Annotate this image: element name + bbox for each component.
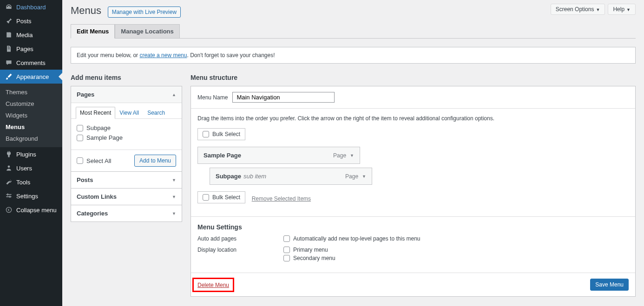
display-location-label: Display location [197, 247, 283, 263]
menu-name-input[interactable] [232, 92, 335, 103]
sidebar-item-plugins[interactable]: Plugins [0, 147, 62, 161]
comment-icon [5, 59, 13, 66]
sidebar-collapse[interactable]: Collapse menu [0, 203, 62, 217]
pages-icon [5, 45, 13, 52]
menu-item-title: Subpage [216, 173, 241, 180]
add-to-menu-button[interactable]: Add to Menu [134, 155, 176, 167]
page-item-label: Subpage [86, 124, 111, 131]
page-item-label: Sample Page [86, 134, 123, 141]
sidebar-item-posts[interactable]: Posts [0, 14, 62, 28]
sidebar-item-users[interactable]: Users [0, 161, 62, 175]
bulk-select-checkbox[interactable] [203, 194, 209, 201]
accordion-pages-header[interactable]: Pages▲ [71, 86, 182, 103]
caret-down-icon: ▼ [172, 195, 176, 199]
sidebar-item-tools[interactable]: Tools [0, 175, 62, 189]
sidebar-sub-widgets[interactable]: Widgets [0, 110, 62, 121]
caret-down-icon: ▼ [350, 153, 354, 158]
menu-name-label: Menu Name [197, 94, 228, 101]
add-items-heading: Add menu items [71, 74, 182, 81]
auto-add-label: Auto add pages [197, 235, 283, 244]
sidebar-item-media[interactable]: Media [0, 28, 62, 42]
sidebar-submenu: Themes Customize Widgets Menus Backgroun… [0, 84, 62, 147]
menu-settings-heading: Menu Settings [197, 223, 629, 231]
screen-options-tab[interactable]: Screen Options▼ [551, 4, 605, 15]
pin-icon [5, 17, 13, 25]
sub-item-label: sub item [243, 173, 266, 180]
tab-edit-menus[interactable]: Edit Menus [71, 24, 115, 39]
brush-icon [5, 73, 13, 80]
menu-structure-heading: Menu structure [191, 74, 636, 81]
primary-menu-checkbox[interactable] [283, 247, 290, 253]
delete-menu-link[interactable]: Delete Menu [197, 282, 229, 288]
caret-up-icon: ▲ [172, 92, 176, 97]
sliders-icon [5, 192, 13, 200]
secondary-menu-checkbox[interactable] [283, 255, 290, 261]
caret-down-icon: ▼ [172, 211, 176, 216]
admin-sidebar: Dashboard Posts Media Pages Comments App… [0, 0, 62, 306]
sidebar-item-settings[interactable]: Settings [0, 189, 62, 203]
sidebar-item-label: Appearance [16, 73, 49, 80]
help-tab[interactable]: Help▼ [608, 4, 636, 15]
remove-selected-link[interactable]: Remove Selected Items [252, 195, 311, 202]
caret-down-icon: ▼ [362, 174, 366, 179]
sidebar-item-label: Pages [16, 46, 33, 52]
checkbox-sample-page[interactable] [77, 135, 83, 141]
sidebar-sub-menus[interactable]: Menus [0, 121, 62, 133]
accordion-pages: Pages▲ Most Recent View All Search Subpa… [71, 86, 182, 172]
media-icon [5, 31, 13, 39]
sidebar-item-comments[interactable]: Comments [0, 56, 62, 70]
svg-point-0 [6, 207, 11, 212]
sidebar-item-pages[interactable]: Pages [0, 42, 62, 56]
menu-item-title: Sample Page [204, 152, 241, 159]
sidebar-item-label: Posts [16, 18, 32, 25]
plugin-icon [5, 150, 13, 158]
sidebar-item-label: Tools [16, 179, 30, 186]
save-menu-button[interactable]: Save Menu [590, 279, 629, 291]
sidebar-sub-customize[interactable]: Customize [0, 98, 62, 110]
sidebar-item-label: Comments [16, 59, 46, 66]
notice: Edit your menu below, or create a new me… [71, 47, 636, 64]
sidebar-item-label: Plugins [16, 151, 36, 158]
auto-add-checkbox[interactable] [283, 235, 290, 242]
inner-tab-recent[interactable]: Most Recent [76, 107, 115, 119]
accordion-posts-header[interactable]: Posts▼ [71, 172, 182, 188]
menu-item-sample-page[interactable]: Sample Page Page▼ [197, 147, 360, 164]
page-title: Menus [71, 5, 101, 17]
create-menu-link[interactable]: create a new menu [139, 52, 187, 59]
select-all-label: Select All [86, 157, 111, 164]
sidebar-item-dashboard[interactable]: Dashboard [0, 0, 62, 14]
caret-down-icon: ▼ [172, 178, 176, 182]
sidebar-item-appearance[interactable]: Appearance [0, 70, 62, 84]
accordion-custom-links-header[interactable]: Custom Links▼ [71, 189, 182, 205]
sidebar-sub-background[interactable]: Background [0, 133, 62, 144]
tab-manage-locations[interactable]: Manage Locations [115, 24, 179, 39]
sidebar-item-label: Collapse menu [16, 207, 57, 214]
drag-hint: Drag the items into the order you prefer… [197, 115, 629, 122]
menu-item-subpage[interactable]: Subpagesub item Page▼ [210, 168, 372, 185]
accordion-categories-header[interactable]: Categories▼ [71, 205, 182, 221]
caret-down-icon: ▼ [626, 7, 631, 12]
dashboard-icon [5, 3, 13, 11]
wrench-icon [5, 178, 13, 186]
inner-tab-view-all[interactable]: View All [115, 107, 143, 119]
bulk-select-top[interactable]: Bulk Select [197, 128, 245, 140]
main-content: Screen Options▼ Help▼ Menus Manage with … [62, 0, 644, 306]
menu-frame: Menu Name Drag the items into the order … [191, 86, 636, 297]
live-preview-button[interactable]: Manage with Live Preview [108, 7, 181, 18]
bulk-select-bottom[interactable]: Bulk Select [197, 191, 245, 203]
sidebar-item-label: Dashboard [16, 4, 46, 11]
sidebar-item-label: Settings [16, 193, 38, 200]
caret-down-icon: ▼ [596, 7, 600, 12]
user-icon [5, 164, 13, 172]
nav-tabs: Edit Menus Manage Locations [71, 24, 636, 39]
sidebar-item-label: Media [16, 32, 33, 39]
bulk-select-checkbox[interactable] [203, 131, 209, 137]
sidebar-sub-themes[interactable]: Themes [0, 86, 62, 98]
inner-tab-search[interactable]: Search [143, 107, 169, 119]
sidebar-item-label: Users [16, 165, 32, 172]
checkbox-subpage[interactable] [77, 125, 83, 131]
collapse-icon [5, 206, 13, 214]
select-all-checkbox[interactable] [77, 157, 83, 164]
